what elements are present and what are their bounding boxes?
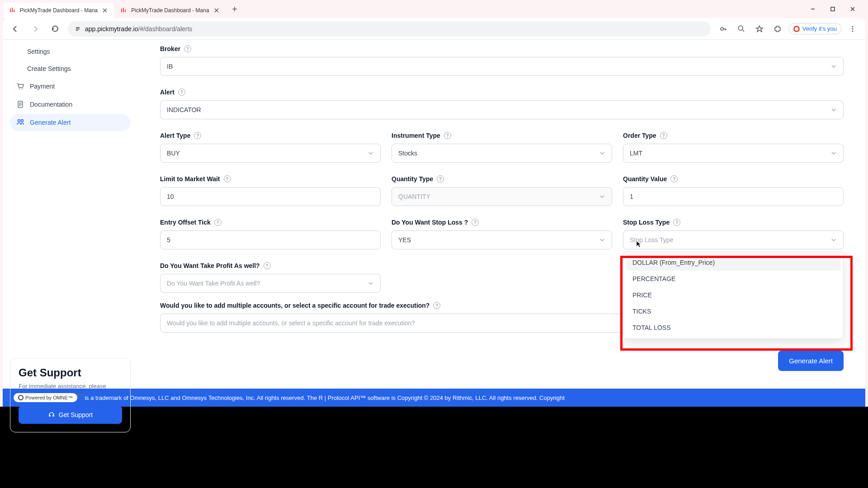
help-icon[interactable]: ? xyxy=(264,262,271,269)
chevron-down-icon xyxy=(368,280,374,286)
browser-tab-inactive[interactable]: PickMyTrade Dashboard - Mana xyxy=(115,3,225,18)
select-take-profit[interactable]: Do You Want Take Profit As well? xyxy=(160,274,381,293)
label-instrument-type: Instrument Type ? xyxy=(392,132,612,139)
chevron-down-icon xyxy=(830,107,837,113)
field-quantity-type: Quantity Type ? QUANTITY xyxy=(392,175,612,206)
browser-tab-active[interactable]: PickMyTrade Dashboard - Mana xyxy=(4,3,114,18)
help-icon[interactable]: ? xyxy=(184,45,191,52)
label-order-type: Order Type ? xyxy=(623,132,844,139)
select-quantity-type[interactable]: QUANTITY xyxy=(392,187,612,206)
label-stop-loss: Do You Want Stop Loss ? ? xyxy=(392,219,612,226)
label-quantity-type: Quantity Type ? xyxy=(392,175,612,183)
close-icon[interactable] xyxy=(213,7,220,14)
close-window-button[interactable] xyxy=(844,3,861,15)
url-bar[interactable]: app.pickmytrade.io/#/dashboard/alerts xyxy=(68,21,711,37)
svg-point-19 xyxy=(21,120,24,122)
generate-alert-button[interactable]: Generate Alert xyxy=(778,351,844,371)
dropdown-option-price[interactable]: PRICE xyxy=(626,287,840,303)
svg-point-13 xyxy=(852,28,854,29)
help-icon[interactable]: ? xyxy=(673,219,680,226)
help-icon[interactable]: ? xyxy=(433,302,440,309)
verify-identity-button[interactable]: Verify it's you xyxy=(788,23,842,34)
chevron-down-icon xyxy=(830,237,837,243)
chevron-down-icon xyxy=(599,237,605,243)
close-icon[interactable] xyxy=(101,7,108,14)
field-stop-loss-type: Stop Loss Type ? Stop Loss Type DOLLAR (… xyxy=(623,219,844,249)
help-icon[interactable]: ? xyxy=(194,132,201,139)
help-icon[interactable]: ? xyxy=(214,219,222,226)
dropdown-option-ticks[interactable]: TICKS xyxy=(626,303,840,319)
select-alert-type[interactable]: BUY xyxy=(160,144,381,163)
password-icon[interactable] xyxy=(716,22,731,36)
tab-title: PickMyTrade Dashboard - Mana xyxy=(20,7,98,14)
select-order-type[interactable]: LMT xyxy=(623,144,844,163)
cart-icon xyxy=(16,82,24,90)
svg-point-16 xyxy=(22,89,23,89)
user-alert-icon xyxy=(16,118,24,127)
field-entry-offset: Entry Offset Tick ? 5 xyxy=(160,219,381,249)
sidebar-item-generate-alert[interactable]: Generate Alert xyxy=(10,114,131,131)
help-icon[interactable]: ? xyxy=(472,219,479,226)
field-alert-type: Alert Type ? BUY xyxy=(160,132,381,163)
input-entry-offset[interactable]: 5 xyxy=(160,230,381,249)
svg-rect-2 xyxy=(14,9,14,12)
footer-text: is a trademark of Omnesys, LLC and Omnes… xyxy=(85,394,854,401)
sidebar-item-settings[interactable]: Settings xyxy=(10,43,131,60)
maximize-button[interactable] xyxy=(825,3,841,15)
select-broker[interactable]: IB xyxy=(160,57,844,76)
svg-point-18 xyxy=(18,120,20,122)
tab-bar: PickMyTrade Dashboard - Mana PickMyTrade… xyxy=(0,0,868,18)
help-icon[interactable]: ? xyxy=(224,175,231,183)
sidebar-item-payment[interactable]: Payment xyxy=(10,78,131,95)
svg-rect-5 xyxy=(125,9,126,12)
browser-chrome: PickMyTrade Dashboard - Mana PickMyTrade… xyxy=(0,0,868,40)
label-stop-loss-type: Stop Loss Type ? xyxy=(623,219,844,226)
svg-point-15 xyxy=(19,89,20,89)
help-icon[interactable]: ? xyxy=(444,132,451,139)
select-stop-loss-type[interactable]: Stop Loss Type xyxy=(623,230,844,249)
menu-icon[interactable] xyxy=(845,22,860,36)
dropdown-option-total-loss[interactable]: TOTAL LOSS xyxy=(626,319,840,336)
help-icon[interactable]: ? xyxy=(178,89,185,96)
input-quantity-value[interactable]: 1 xyxy=(623,187,844,206)
powered-badge: Powered by OMNE™ xyxy=(14,393,77,402)
input-limit-market-wait[interactable]: 10 xyxy=(160,187,381,206)
forward-button[interactable] xyxy=(28,22,42,36)
minimize-button[interactable] xyxy=(805,3,821,15)
new-tab-button[interactable] xyxy=(228,3,241,15)
field-take-profit: Do You Want Take Profit As well? ? Do Yo… xyxy=(160,262,381,293)
dropdown-option-percentage[interactable]: PERCENTAGE xyxy=(626,271,840,287)
extensions-icon[interactable] xyxy=(770,22,785,36)
help-icon[interactable]: ? xyxy=(660,132,667,139)
reload-button[interactable] xyxy=(48,22,62,36)
get-support-button[interactable]: Get Support xyxy=(19,406,122,424)
chevron-down-icon xyxy=(830,63,837,70)
select-alert[interactable]: INDICATOR xyxy=(160,100,844,119)
field-instrument-type: Instrument Type ? Stocks xyxy=(392,132,612,163)
site-info-icon[interactable] xyxy=(74,25,81,33)
help-icon[interactable]: ? xyxy=(670,175,678,183)
dropdown-option-dollar[interactable]: DOLLAR (From_Entry_Price) xyxy=(626,254,840,271)
label-alert-type: Alert Type ? xyxy=(160,132,381,139)
tab-favicon-icon xyxy=(9,7,16,14)
svg-rect-6 xyxy=(831,7,835,11)
svg-point-10 xyxy=(721,28,723,30)
bookmark-icon[interactable] xyxy=(752,22,767,36)
field-alert: Alert ? INDICATOR xyxy=(160,89,844,119)
zoom-icon[interactable] xyxy=(734,22,749,36)
sidebar-item-create-settings[interactable]: Create Settings xyxy=(10,61,131,77)
label-take-profit: Do You Want Take Profit As well? ? xyxy=(160,262,381,269)
help-icon[interactable]: ? xyxy=(437,175,444,183)
field-broker: Broker ? IB xyxy=(160,45,844,76)
svg-rect-1 xyxy=(12,8,13,12)
back-button[interactable] xyxy=(8,22,23,36)
chevron-down-icon xyxy=(368,150,374,156)
sidebar-item-documentation[interactable]: Documentation xyxy=(10,96,131,113)
svg-rect-9 xyxy=(76,30,78,31)
label-alert: Alert ? xyxy=(160,89,844,96)
select-stop-loss[interactable]: YES xyxy=(392,230,612,249)
chevron-down-icon xyxy=(599,150,605,156)
field-order-type: Order Type ? LMT xyxy=(623,132,844,163)
select-instrument-type[interactable]: Stocks xyxy=(392,144,612,163)
app-container: Settings Create Settings Payment Documen… xyxy=(3,40,865,389)
